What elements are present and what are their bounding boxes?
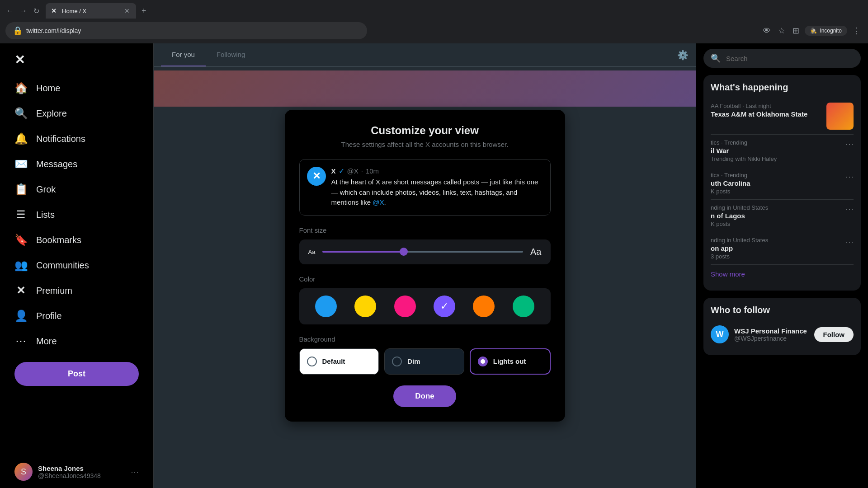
trending-topic-3: n of Lagos: [711, 212, 768, 220]
preview-tweet: ✕ X ✓ @X · 10m At the heart of X are sho…: [299, 159, 551, 216]
url-input[interactable]: [26, 27, 360, 34]
sidebar: ✕ 🏠 Home 🔍 Explore 🔔 Notifications ✉️ Me…: [0, 43, 154, 488]
split-screen-icon[interactable]: ⊞: [791, 24, 801, 38]
color-option-blue[interactable]: [315, 296, 337, 317]
radio-inner-dot: [481, 359, 485, 364]
tab-favicon-icon: ✕: [51, 7, 58, 14]
grok-icon: 📋: [14, 183, 27, 196]
sidebar-item-label-more: More: [36, 336, 57, 347]
search-input[interactable]: [726, 55, 854, 62]
preview-account-name: X: [331, 167, 336, 175]
color-option-orange[interactable]: [473, 296, 495, 317]
preview-mention-link[interactable]: @X: [373, 198, 384, 206]
sidebar-item-bookmarks[interactable]: 🔖 Bookmarks: [7, 228, 146, 252]
color-section: Color ✓: [299, 275, 551, 324]
preview-avatar: ✕: [307, 167, 326, 186]
sidebar-item-home[interactable]: 🏠 Home: [7, 76, 146, 100]
color-option-purple[interactable]: ✓: [434, 296, 455, 317]
user-more-button[interactable]: ⋯: [131, 467, 139, 477]
sidebar-item-more[interactable]: ⋯ More: [7, 329, 146, 353]
sidebar-item-label-messages: Messages: [36, 159, 77, 169]
communities-icon: 👥: [14, 259, 27, 272]
trending-item-info-1: tics · Trending il War Trending with Nik…: [711, 139, 777, 162]
sidebar-item-grok[interactable]: 📋 Grok: [7, 178, 146, 201]
star-icon[interactable]: ☆: [776, 24, 787, 38]
address-bar-row: 🔒 👁 ☆ ⊞ 🕵 Incognito ⋮: [0, 18, 868, 43]
sidebar-item-label-profile: Profile: [36, 311, 62, 321]
back-button[interactable]: ←: [4, 5, 16, 17]
sidebar-item-explore[interactable]: 🔍 Explore: [7, 102, 146, 125]
follow-suggestion-0: W WSJ Personal Finance @WSJpersfinance F…: [711, 321, 854, 348]
bg-radio-lights-out: [478, 357, 488, 366]
bg-option-dim[interactable]: Dim: [384, 348, 464, 375]
sidebar-item-profile[interactable]: 👤 Profile: [7, 304, 146, 328]
trending-item-4[interactable]: nding in United States on app 3 posts ⋯: [711, 232, 854, 265]
forward-button[interactable]: →: [17, 5, 30, 17]
color-option-yellow[interactable]: [354, 296, 376, 317]
tab-close-button[interactable]: ✕: [123, 6, 131, 15]
menu-button[interactable]: ⋮: [851, 24, 863, 38]
right-sidebar: 🔍 What's happening AA Football · Last ni…: [696, 43, 868, 488]
trending-item-0[interactable]: AA Football · Last night Texas A&M at Ok…: [711, 98, 854, 135]
font-size-slider[interactable]: [322, 251, 523, 253]
eye-off-icon[interactable]: 👁: [761, 24, 773, 38]
reload-button[interactable]: ↻: [31, 5, 42, 17]
sidebar-item-messages[interactable]: ✉️ Messages: [7, 152, 146, 176]
preview-content: X ✓ @X · 10m At the heart of X are short…: [331, 167, 543, 208]
sidebar-item-label-home: Home: [36, 83, 60, 94]
trending-title: What's happening: [711, 82, 854, 93]
bg-option-default[interactable]: Default: [299, 348, 379, 375]
sidebar-item-label-premium: Premium: [36, 286, 72, 296]
sidebar-item-label-explore: Explore: [36, 108, 67, 119]
show-more-link[interactable]: Show more: [711, 265, 854, 283]
trending-topic-1: il War: [711, 147, 777, 155]
trending-more-button-4[interactable]: ⋯: [845, 237, 854, 247]
trending-count-3: K posts: [711, 221, 768, 227]
trending-item-1[interactable]: tics · Trending il War Trending with Nik…: [711, 135, 854, 167]
new-tab-button[interactable]: +: [138, 5, 150, 18]
user-info: Sheena Jones @SheenaJones49348: [38, 465, 125, 479]
incognito-icon: 🕵: [810, 28, 817, 34]
sidebar-item-label-grok: Grok: [36, 184, 56, 195]
sidebar-item-communities[interactable]: 👥 Communities: [7, 253, 146, 277]
trending-item-2[interactable]: tics · Trending uth Carolina K posts ⋯: [711, 167, 854, 200]
preview-timestamp: 10m: [366, 167, 379, 175]
preview-time: ·: [361, 167, 363, 175]
incognito-badge: 🕵 Incognito: [805, 26, 847, 36]
sidebar-item-lists[interactable]: ☰ Lists: [7, 203, 146, 226]
bg-option-dim-label: Dim: [407, 357, 420, 365]
trending-more-button-3[interactable]: ⋯: [845, 204, 854, 214]
follow-handle-0: @WSJpersfinance: [734, 335, 809, 342]
messages-icon: ✉️: [14, 158, 27, 170]
trending-section: What's happening AA Football · Last nigh…: [703, 75, 861, 291]
trending-more-button-1[interactable]: ⋯: [845, 139, 854, 149]
avatar: S: [14, 463, 33, 481]
trending-more-button-2[interactable]: ⋯: [845, 172, 854, 182]
trending-meta-3: nding in United States: [711, 204, 768, 211]
browser-tab[interactable]: ✕ Home / X ✕: [46, 3, 136, 19]
preview-verified-icon: ✓: [339, 167, 344, 175]
browser-chrome: ← → ↻ ✕ Home / X ✕ + 🔒 👁 ☆ ⊞ 🕵 Incognito…: [0, 0, 868, 43]
trending-meta-2: tics · Trending: [711, 172, 750, 178]
sidebar-item-label-communities: Communities: [36, 260, 89, 271]
trending-meta-4: nding in United States: [711, 237, 768, 244]
trending-sub-1: Trending with Nikki Haley: [711, 155, 777, 162]
color-option-pink[interactable]: [394, 296, 416, 317]
x-logo-icon: ✕: [14, 53, 25, 67]
user-profile-section[interactable]: S Sheena Jones @SheenaJones49348 ⋯: [7, 459, 146, 484]
follow-info-0: WSJ Personal Finance @WSJpersfinance: [734, 327, 809, 342]
lists-icon: ☰: [14, 208, 27, 221]
done-button[interactable]: Done: [393, 385, 456, 407]
color-label: Color: [299, 275, 551, 283]
trending-count-4: 3 posts: [711, 253, 768, 260]
follow-button-0[interactable]: Follow: [814, 327, 854, 342]
sidebar-item-premium[interactable]: ✕ Premium: [7, 279, 146, 302]
sidebar-item-notifications[interactable]: 🔔 Notifications: [7, 127, 146, 150]
color-option-green[interactable]: [513, 296, 534, 317]
address-bar[interactable]: 🔒: [5, 22, 367, 39]
post-button[interactable]: Post: [14, 362, 139, 386]
search-bar[interactable]: 🔍: [703, 49, 861, 68]
search-icon: 🔍: [711, 53, 721, 63]
bg-option-lights-out[interactable]: Lights out: [470, 348, 551, 375]
trending-item-3[interactable]: nding in United States n of Lagos K post…: [711, 200, 854, 232]
